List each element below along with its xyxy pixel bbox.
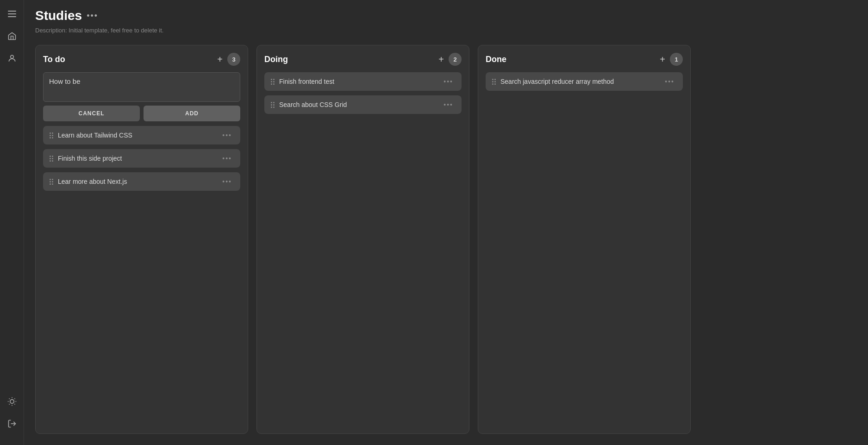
card-menu-button-todo-1[interactable]: •••	[220, 155, 234, 162]
svg-line-4	[9, 399, 9, 399]
count-badge-doing: 2	[449, 53, 462, 66]
card-done-0[interactable]: Search javascript reducer array method •…	[486, 72, 683, 91]
count-badge-done: 1	[670, 53, 683, 66]
add-card-button-done[interactable]: +	[660, 55, 665, 64]
sidebar-top	[6, 7, 19, 65]
header: Studies ••• Description: Initial templat…	[24, 0, 868, 38]
column-title-doing: Doing	[264, 55, 288, 64]
card-text-todo-1: Finish this side project	[58, 155, 122, 162]
title-menu-button[interactable]: •••	[87, 11, 98, 21]
column-doing: Doing + 2 Finish frontend test •••	[256, 45, 469, 434]
svg-line-9	[14, 399, 15, 399]
card-text-doing-1: Search about CSS Grid	[279, 101, 347, 108]
home-icon[interactable]	[6, 30, 19, 43]
card-todo-1[interactable]: Finish this side project •••	[43, 149, 240, 168]
card-menu-button-todo-2[interactable]: •••	[220, 178, 234, 185]
column-header-done: Done + 1	[486, 53, 683, 66]
add-card-button-todo[interactable]: +	[217, 55, 223, 64]
card-doing-0[interactable]: Finish frontend test •••	[264, 72, 462, 91]
svg-point-1	[10, 400, 13, 403]
board: To do + 3 How to be CANCEL ADD	[24, 38, 868, 445]
header-title-row: Studies •••	[35, 8, 857, 23]
page-description: Description: Initial template, feel free…	[35, 27, 857, 34]
card-todo-2[interactable]: Lear more about Next.js •••	[43, 172, 240, 191]
card-menu-button-done-0[interactable]: •••	[663, 78, 676, 85]
main-content: Studies ••• Description: Initial templat…	[24, 0, 868, 445]
drag-handle[interactable]	[50, 132, 53, 138]
drag-handle[interactable]	[271, 79, 275, 85]
card-input-textarea-todo[interactable]: How to be	[43, 72, 240, 102]
cancel-button-todo[interactable]: CANCEL	[43, 106, 140, 121]
sidebar-bottom	[6, 395, 19, 438]
card-text-todo-2: Lear more about Next.js	[58, 178, 127, 185]
page-title: Studies	[35, 8, 82, 23]
svg-line-5	[14, 404, 15, 404]
drag-handle[interactable]	[50, 179, 53, 185]
card-doing-1[interactable]: Search about CSS Grid •••	[264, 95, 462, 114]
column-title-done: Done	[486, 55, 506, 64]
card-text-todo-0: Learn about Tailwind CSS	[58, 132, 132, 139]
svg-line-8	[9, 404, 9, 404]
drag-handle[interactable]	[492, 79, 496, 85]
card-todo-0[interactable]: Learn about Tailwind CSS •••	[43, 126, 240, 144]
card-menu-button-doing-0[interactable]: •••	[442, 78, 455, 85]
drag-handle[interactable]	[271, 102, 275, 108]
user-icon[interactable]	[6, 52, 19, 65]
add-card-button-doing[interactable]: +	[438, 55, 444, 64]
column-title-todo: To do	[43, 55, 65, 64]
column-header-doing: Doing + 2	[264, 53, 462, 66]
card-menu-button-todo-0[interactable]: •••	[220, 132, 234, 139]
column-todo: To do + 3 How to be CANCEL ADD	[35, 45, 248, 434]
column-done: Done + 1 Search javascript reducer array…	[478, 45, 691, 434]
svg-point-0	[10, 55, 13, 58]
card-text-done-0: Search javascript reducer array method	[500, 78, 614, 85]
hamburger-icon[interactable]	[6, 7, 19, 20]
theme-icon[interactable]	[6, 395, 19, 408]
card-text-doing-0: Finish frontend test	[279, 78, 334, 85]
logout-icon[interactable]	[6, 417, 19, 430]
add-confirm-button-todo[interactable]: ADD	[144, 106, 240, 121]
count-badge-todo: 3	[227, 53, 240, 66]
sidebar	[0, 0, 24, 445]
card-menu-button-doing-1[interactable]: •••	[442, 101, 455, 108]
column-header-todo: To do + 3	[43, 53, 240, 66]
card-input-area-todo: How to be CANCEL ADD	[43, 72, 240, 121]
drag-handle[interactable]	[50, 156, 53, 162]
